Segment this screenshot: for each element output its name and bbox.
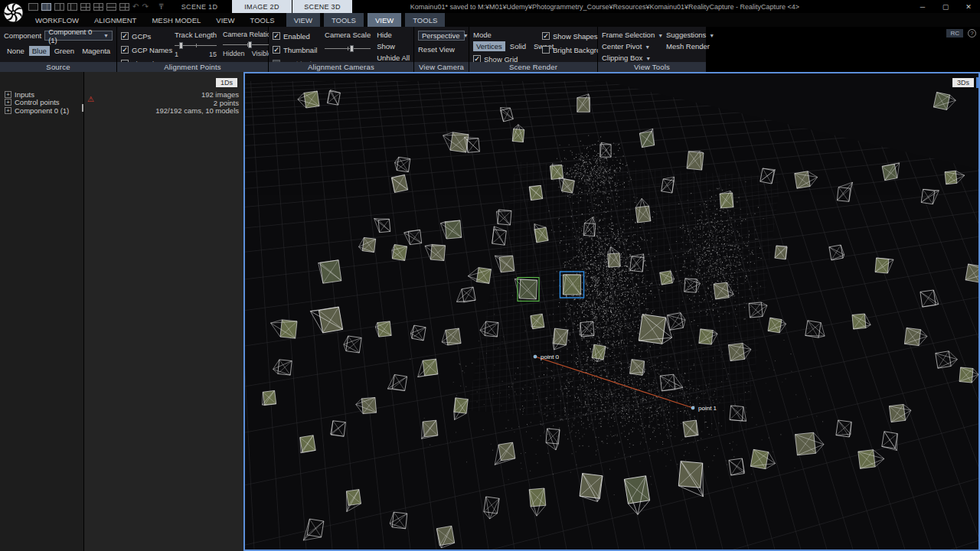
section-title-alignment-cameras: Alignment Cameras (269, 62, 413, 72)
expand-icon[interactable]: + (5, 99, 11, 106)
context-tab-tools-1[interactable]: TOOLS (324, 13, 364, 27)
ribbon-filler (707, 27, 980, 72)
context-tab-view-2[interactable]: VIEW (368, 13, 401, 27)
color-option-blue[interactable]: Blue (29, 46, 50, 56)
camera-hide-button[interactable]: Hide (377, 31, 410, 39)
alignment-cameras-thumbnail-checkbox[interactable]: Thumbnail (273, 44, 318, 55)
camera-scale-slider-thumb[interactable] (350, 45, 354, 52)
tab-image-2d[interactable]: IMAGE 2D (232, 0, 292, 13)
tree-item-control-points[interactable]: +Control points (0, 99, 83, 107)
ribbon-section-source: Component Component 0 (1) ▼ NoneBlueGree… (0, 27, 117, 72)
clipping-box-button[interactable]: Clipping Box▼ (602, 54, 662, 62)
checkbox-icon (273, 46, 280, 54)
component-select[interactable]: Component 0 (1) ▼ (44, 31, 113, 41)
chevron-down-icon: ▼ (645, 44, 650, 50)
tab-scene-3d[interactable]: SCENE 3D (292, 0, 352, 13)
checkbox-icon (542, 32, 550, 40)
camera-show-button[interactable]: Show (377, 42, 410, 51)
stat-0: 192 images (201, 90, 239, 99)
render-mode-vertices[interactable]: Vertices (473, 41, 505, 51)
viewport-3d-badge: 3Ds (952, 78, 974, 87)
tree-item-inputs[interactable]: +Inputs (0, 90, 83, 99)
chevron-down-icon: ▼ (709, 33, 714, 38)
tree-scroll-tick[interactable] (82, 104, 83, 112)
scene-3d-canvas[interactable]: point 0point 1 (245, 73, 978, 549)
ribbon-section-scene-render: Mode VerticesSolidSweet Show Grid Show S… (469, 27, 598, 72)
render-mode-solid[interactable]: Solid (507, 41, 529, 51)
center-pivot-button[interactable]: Center Pivot▼ (602, 42, 662, 51)
viewport-active-tick (976, 77, 978, 88)
context-tab-tools-3[interactable]: TOOLS (405, 13, 445, 27)
camera-relation-label: Camera Relation Lines (223, 31, 272, 38)
expand-icon[interactable]: + (5, 107, 11, 114)
show-shapes-label: Show Shapes (553, 32, 598, 41)
section-title-scene-render: Scene Render (469, 62, 597, 72)
alignment-cameras-enabled-checkbox[interactable]: Enabled (273, 31, 318, 41)
layout-two-pane-icon[interactable] (41, 3, 51, 11)
layout-main-left-icon[interactable] (67, 3, 77, 11)
layout-quad-icon[interactable] (80, 3, 90, 11)
context-tab-view-0[interactable]: VIEW (286, 13, 320, 27)
menu-item-view[interactable]: VIEW (208, 13, 242, 27)
camera-relation-slider-thumb[interactable] (248, 41, 252, 48)
camera-relation-slider[interactable] (223, 41, 272, 48)
chevron-down-icon: ▼ (658, 33, 663, 38)
color-option-green[interactable]: Green (51, 46, 77, 56)
scene-1d-panel: +Inputs+Control points+Component 0 (1) 1… (0, 72, 243, 551)
section-title-alignment-points: Alignment Points (117, 62, 268, 72)
scene-3d-viewport[interactable]: point 0point 1 3Ds (243, 72, 980, 551)
tree-item-label: Component 0 (1) (15, 106, 69, 115)
expand-icon[interactable]: + (5, 91, 11, 98)
reset-view-button[interactable]: Reset View (418, 44, 465, 54)
color-option-magenta[interactable]: Magenta (79, 46, 113, 56)
suggestions-button[interactable]: Suggestions▼ (666, 31, 714, 39)
menubar: WORKFLOWALIGNMENTMESH MODELVIEWTOOLSVIEW… (0, 13, 980, 27)
layout-mosaic-icon[interactable] (119, 3, 129, 11)
mode-label: Mode (473, 31, 534, 39)
tab-scene-1d[interactable]: SCENE 1D (167, 0, 232, 13)
layout-rows-icon[interactable] (106, 3, 116, 11)
minimize-button[interactable]: ─ (911, 0, 934, 13)
layout-split-vertical-icon[interactable] (54, 3, 64, 11)
camera-scale-label: Camera Scale (325, 31, 371, 39)
color-option-none[interactable]: None (4, 46, 28, 56)
rc-badge[interactable]: RC (946, 29, 963, 37)
tree-item-component-0-1-[interactable]: +Component 0 (1) (0, 106, 83, 115)
ribbon-section-view-tools: Frame Selection▼Center Pivot▼Clipping Bo… (598, 27, 707, 72)
pin-layout-icon[interactable]: ₸ (159, 3, 164, 11)
main-area: +Inputs+Control points+Component 0 (1) 1… (0, 72, 980, 551)
panel-1d-badge: 1Ds (216, 78, 237, 87)
menu-item-mesh-model[interactable]: MESH MODEL (144, 13, 208, 27)
maximize-button[interactable]: ▢ (934, 0, 957, 13)
window-title: Komainu01* saved to M:¥M01¥Udemy¥Photogr… (360, 0, 850, 13)
help-icon[interactable]: ? (968, 29, 976, 37)
frame-selection-button[interactable]: Frame Selection▼ (602, 31, 662, 39)
menu-item-alignment[interactable]: ALIGNMENT (87, 13, 144, 27)
layout-single-icon[interactable] (28, 3, 38, 11)
alignment-points-label: GCP Names (132, 46, 172, 54)
menu-item-tools[interactable]: TOOLS (243, 13, 283, 27)
warning-icon: ⚠ (87, 96, 94, 103)
alignment-points-gcps-checkbox[interactable]: GCPs (121, 31, 168, 41)
close-button[interactable]: ✕ (957, 0, 980, 13)
projection-select[interactable]: Perspective ▼ (418, 31, 465, 41)
chevron-down-icon: ▼ (463, 33, 469, 38)
menu-item-workflow[interactable]: WORKFLOW (28, 13, 87, 27)
track-length-slider-thumb[interactable] (179, 42, 183, 49)
component-tree: +Inputs+Control points+Component 0 (1) (0, 72, 84, 551)
control-point-marker (691, 406, 694, 409)
stat-2: 192/192 cams, 10 models (155, 106, 239, 115)
redo-icon[interactable]: ↷ (142, 3, 148, 11)
ribbon-section-alignment-points: GCPsGCP NamesTie Points Track Length 1 1… (117, 27, 269, 72)
alignment-cameras-label: Thumbnail (283, 46, 317, 54)
mesh-render-button[interactable]: Mesh Render (666, 42, 714, 51)
realitycapture-logo-icon (2, 2, 24, 24)
alignment-points-gcp-names-checkbox[interactable]: GCP Names (121, 44, 168, 55)
control-point-label: point 0 (541, 354, 560, 360)
component-stats: 1Ds ⚠ 192 images2 points192/192 cams, 10… (84, 72, 243, 551)
track-length-slider[interactable] (175, 42, 217, 49)
layout-grid-icon[interactable] (93, 3, 103, 11)
camera-scale-slider[interactable] (325, 45, 371, 52)
undo-icon[interactable]: ↶ (132, 3, 139, 11)
camera-unhide-all-button[interactable]: Unhide All (377, 54, 410, 62)
